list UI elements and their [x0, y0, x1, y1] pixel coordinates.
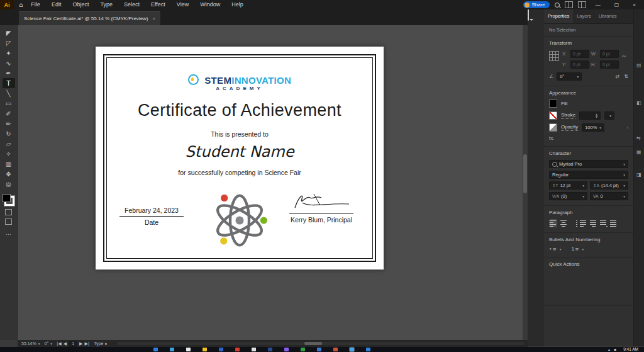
- logo-academy-text[interactable]: ACADEMY: [96, 86, 384, 91]
- fill-stroke-swatches[interactable]: [3, 194, 14, 206]
- rectangle-tool[interactable]: ▭: [3, 98, 15, 108]
- tab-layers[interactable]: Layers: [573, 9, 595, 23]
- app-logo[interactable]: Ai: [0, 0, 14, 9]
- draw-behind-icon[interactable]: [5, 219, 12, 225]
- more-tools-icon[interactable]: ⋯: [6, 231, 11, 237]
- system-tray[interactable]: ▴ ▪: [608, 347, 616, 351]
- menu-help[interactable]: Help: [226, 0, 249, 9]
- taskbar-app-icon[interactable]: [317, 348, 321, 351]
- fill-swatch[interactable]: [3, 194, 11, 202]
- maximize-button[interactable]: ▢: [610, 2, 624, 8]
- menu-select[interactable]: Select: [118, 0, 145, 9]
- share-button[interactable]: Share: [523, 1, 549, 8]
- taskbar-app-icon[interactable]: [235, 348, 240, 351]
- layout-icon-2[interactable]: [578, 1, 586, 8]
- tab-close-icon[interactable]: ×: [153, 16, 156, 21]
- direct-selection-tool[interactable]: ◸: [3, 38, 15, 48]
- layout-icon-1[interactable]: [565, 1, 573, 8]
- taskbar-app-icon[interactable]: [284, 348, 289, 351]
- atom-icon[interactable]: [210, 193, 269, 248]
- opacity-label[interactable]: Opacity: [561, 124, 578, 131]
- fx-button[interactable]: fx.: [549, 135, 628, 141]
- eyedropper-tool[interactable]: ✧: [3, 149, 15, 159]
- tab-libraries[interactable]: Libraries: [595, 9, 621, 23]
- lasso-tool[interactable]: ∿: [3, 58, 15, 68]
- panel-icon-2[interactable]: ◧: [636, 100, 641, 106]
- artboard[interactable]: STEMINNOVATION ACADEMY Certificate of Ac…: [96, 47, 384, 270]
- magic-wand-tool[interactable]: ✦: [3, 48, 15, 58]
- x-field[interactable]: 0 pt: [570, 50, 589, 58]
- home-icon[interactable]: ⌂: [19, 1, 23, 8]
- justify-left-button[interactable]: [579, 219, 587, 227]
- opacity-field[interactable]: 100% ▾: [582, 123, 604, 132]
- kerning-field[interactable]: V/A (0) ▾: [549, 192, 587, 200]
- student-name-text[interactable]: Student Name: [96, 143, 384, 161]
- stroke-weight-field[interactable]: [579, 111, 601, 120]
- close-button[interactable]: ×: [628, 2, 640, 8]
- taskbar-app-icon[interactable]: [203, 348, 207, 351]
- panel-icon-4[interactable]: ▦: [636, 149, 641, 155]
- panel-icon-3[interactable]: ⇆: [636, 135, 641, 141]
- stroke-label[interactable]: Stroke: [561, 112, 575, 119]
- taskbar-app-icon[interactable]: [366, 348, 370, 351]
- scale-tool[interactable]: ▱: [3, 139, 15, 149]
- first-artboard-icon[interactable]: |◀: [57, 341, 62, 346]
- menu-object[interactable]: Object: [67, 0, 94, 9]
- certificate-title[interactable]: Certificate of Achievement: [96, 101, 384, 120]
- horizontal-scroll-thumb[interactable]: [304, 342, 322, 345]
- taskbar-app-icon[interactable]: [170, 348, 174, 351]
- line-segment-tool[interactable]: ╲: [3, 88, 15, 98]
- taskbar-app-icon[interactable]: [301, 348, 305, 351]
- justify-right-button[interactable]: [599, 219, 608, 227]
- menu-type[interactable]: Type: [94, 0, 118, 9]
- taskbar-app-icon[interactable]: [252, 348, 256, 351]
- rotation-indicator[interactable]: 0° ▾: [45, 341, 52, 346]
- leading-field[interactable]: ↕A (14.4 pt) ▾: [590, 181, 628, 190]
- w-field[interactable]: 0 pt: [600, 50, 619, 58]
- align-left-button[interactable]: [549, 219, 557, 227]
- signature-block[interactable]: Kerry Blum, Principal: [284, 190, 358, 224]
- justify-all-button[interactable]: [609, 219, 618, 227]
- stepper-icon[interactable]: [596, 113, 597, 118]
- date-block[interactable]: February 24, 2023 Date: [114, 207, 189, 226]
- certificate-logo[interactable]: STEMINNOVATION: [96, 74, 384, 86]
- constrain-proportions-icon[interactable]: ∾: [622, 54, 626, 59]
- vertical-scrollbar[interactable]: [523, 25, 528, 340]
- fill-color-swatch[interactable]: [549, 99, 557, 108]
- rotate-tool[interactable]: ↻: [3, 128, 15, 139]
- taskbar-app-icon[interactable]: [153, 348, 158, 351]
- artboard-number-field[interactable]: 1: [69, 341, 77, 347]
- vertical-scroll-thumb[interactable]: [523, 154, 527, 193]
- reference-point-selector[interactable]: [549, 51, 559, 61]
- status-arrow-icon[interactable]: ▸: [105, 341, 108, 346]
- bullet-list-button[interactable]: •≡ ▾: [549, 246, 561, 252]
- tray-network-icon[interactable]: ▪: [614, 347, 616, 351]
- taskbar-app-icon[interactable]: [333, 348, 338, 351]
- hand-tool[interactable]: ✥: [3, 169, 15, 179]
- prev-artboard-icon[interactable]: ◀: [64, 341, 67, 346]
- search-icon[interactable]: [555, 3, 560, 8]
- font-size-field[interactable]: ↕T 12 pt ▾: [549, 181, 587, 190]
- pencil-tool[interactable]: ✏: [3, 118, 15, 128]
- menu-window[interactable]: Window: [194, 0, 226, 9]
- minimize-button[interactable]: —: [591, 2, 605, 8]
- type-tool[interactable]: T: [3, 78, 15, 88]
- panel-icon-5[interactable]: ◨: [636, 172, 641, 178]
- menu-edit[interactable]: Edit: [46, 0, 67, 9]
- menu-view[interactable]: View: [171, 0, 194, 9]
- menu-effect[interactable]: Effect: [145, 0, 171, 9]
- flip-vertical-icon[interactable]: ⇅: [624, 74, 628, 79]
- taskbar-app-icon[interactable]: [219, 348, 223, 351]
- taskbar-app-icon[interactable]: [186, 348, 191, 351]
- font-style-select[interactable]: Regular ▾: [549, 171, 628, 179]
- flip-horizontal-icon[interactable]: ⇄: [616, 74, 620, 79]
- reason-line[interactable]: for successfully competing in Science Fa…: [96, 169, 384, 176]
- draw-normal-icon[interactable]: [5, 209, 12, 215]
- y-field[interactable]: 0 pt: [570, 60, 589, 69]
- tab-properties[interactable]: Properties: [544, 9, 573, 23]
- document-tab[interactable]: Science Fair Certificate.ai* @ 55.14 % (…: [19, 11, 160, 25]
- stroke-weight-dropdown[interactable]: ▾: [604, 111, 614, 120]
- next-artboard-icon[interactable]: ▶: [79, 341, 82, 346]
- tray-up-icon[interactable]: ▴: [608, 347, 610, 351]
- rotation-field[interactable]: 0° ▾: [557, 72, 582, 81]
